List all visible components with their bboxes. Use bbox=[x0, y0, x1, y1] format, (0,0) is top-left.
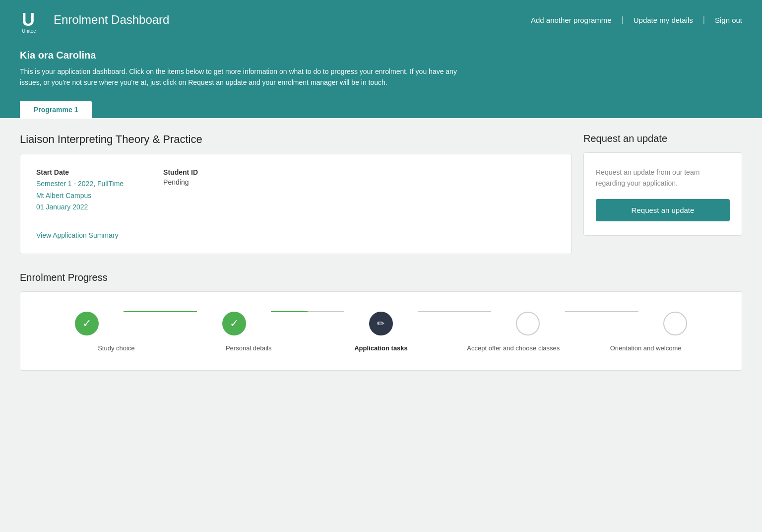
connector-2 bbox=[271, 311, 344, 312]
check-icon-personal-details: ✓ bbox=[230, 317, 239, 330]
progress-card: ✓ ✓ ✏ bbox=[20, 291, 742, 371]
label-accept-offer: Accept offer and choose classes bbox=[447, 343, 579, 352]
start-date-block: Start Date Semester 1 - 2022, FullTime M… bbox=[36, 168, 124, 213]
start-date-value: Semester 1 - 2022, FullTime bbox=[36, 178, 124, 190]
update-details-link[interactable]: Update my details bbox=[634, 16, 693, 24]
connector-3 bbox=[418, 311, 491, 312]
label-orientation: Orientation and welcome bbox=[579, 343, 712, 352]
view-summary-link[interactable]: View Application Summary bbox=[36, 231, 118, 239]
enrolment-progress-title: Enrolment Progress bbox=[20, 272, 742, 283]
greeting-heading: Kia ora Carolina bbox=[20, 50, 742, 61]
progress-labels: Study choice Personal details Applicatio… bbox=[50, 343, 712, 352]
label-personal-details: Personal details bbox=[183, 343, 315, 352]
header-nav: Add another programme | Update my detail… bbox=[531, 15, 742, 24]
connector-1 bbox=[124, 311, 197, 312]
add-programme-link[interactable]: Add another programme bbox=[531, 16, 612, 24]
request-update-card: Request an update from our team regardin… bbox=[583, 152, 742, 236]
programme-info: Liaison Interpreting Theory & Practice S… bbox=[20, 133, 572, 254]
svg-text:Unitec: Unitec bbox=[22, 28, 36, 33]
step-study-choice: ✓ bbox=[50, 312, 124, 335]
request-update-title: Request an update bbox=[583, 133, 742, 144]
tab-programme-1[interactable]: Programme 1 bbox=[20, 101, 92, 119]
student-id-value: Pending bbox=[163, 178, 198, 186]
campus-value: Mt Albert Campus bbox=[36, 190, 124, 202]
progress-track: ✓ ✓ ✏ bbox=[50, 312, 712, 335]
hero-description: This is your application dashboard. Clic… bbox=[20, 66, 466, 88]
student-id-block: Student ID Pending bbox=[163, 168, 198, 213]
programme-title: Liaison Interpreting Theory & Practice bbox=[20, 133, 572, 146]
step-circle-study-choice: ✓ bbox=[75, 312, 99, 335]
request-update-description: Request an update from our team regardin… bbox=[596, 167, 730, 189]
step-orientation bbox=[638, 312, 712, 335]
step-circle-application-tasks: ✏ bbox=[369, 312, 393, 335]
svg-text:U: U bbox=[22, 9, 35, 30]
unitec-logo: U Unitec bbox=[20, 7, 46, 33]
header-left: U Unitec Enrolment Dashboard bbox=[20, 7, 169, 33]
step-circle-accept-offer bbox=[516, 312, 540, 335]
request-update-button[interactable]: Request an update bbox=[596, 199, 730, 221]
nav-divider-1: | bbox=[622, 15, 624, 24]
step-application-tasks: ✏ bbox=[344, 312, 418, 335]
date-value: 01 January 2022 bbox=[36, 201, 124, 213]
step-circle-personal-details: ✓ bbox=[222, 312, 246, 335]
student-id-label: Student ID bbox=[163, 168, 198, 176]
programme-card: Start Date Semester 1 - 2022, FullTime M… bbox=[20, 154, 572, 254]
site-header: U Unitec Enrolment Dashboard Add another… bbox=[0, 0, 762, 40]
programme-section: Liaison Interpreting Theory & Practice S… bbox=[20, 133, 742, 254]
check-icon-study-choice: ✓ bbox=[82, 317, 91, 330]
nav-divider-2: | bbox=[703, 15, 705, 24]
programme-card-grid: Start Date Semester 1 - 2022, FullTime M… bbox=[36, 168, 555, 213]
step-accept-offer bbox=[491, 312, 565, 335]
tabs-container: Programme 1 bbox=[0, 88, 762, 118]
request-update-panel: Request an update Request an update from… bbox=[583, 133, 742, 254]
label-application-tasks: Application tasks bbox=[315, 343, 447, 352]
enrolment-progress-section: Enrolment Progress ✓ ✓ bbox=[20, 272, 742, 371]
label-study-choice: Study choice bbox=[50, 343, 183, 352]
pencil-icon: ✏ bbox=[377, 318, 384, 329]
step-circle-orientation bbox=[663, 312, 687, 335]
main-content: Liaison Interpreting Theory & Practice S… bbox=[0, 118, 762, 386]
connector-4 bbox=[565, 311, 638, 312]
hero-section: Kia ora Carolina This is your applicatio… bbox=[0, 40, 762, 88]
header-title: Enrolment Dashboard bbox=[54, 13, 169, 27]
step-personal-details: ✓ bbox=[197, 312, 270, 335]
sign-out-link[interactable]: Sign out bbox=[715, 16, 742, 24]
start-date-label: Start Date bbox=[36, 168, 124, 176]
